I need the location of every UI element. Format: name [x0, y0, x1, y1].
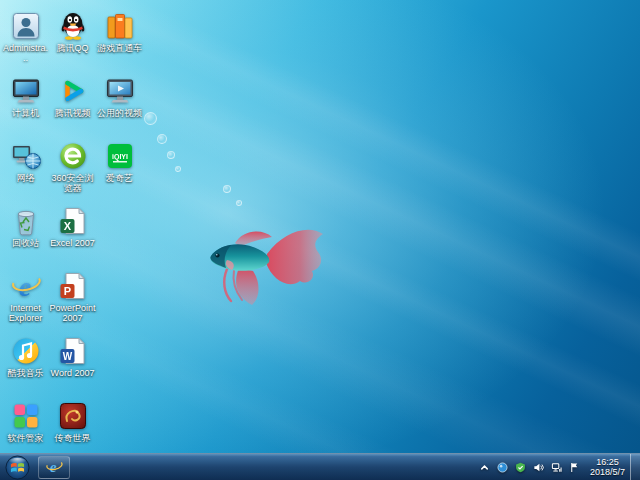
orange-books-icon	[104, 10, 136, 42]
play-triangle-icon	[57, 75, 89, 107]
desktop-icon-network[interactable]: 网络	[2, 136, 49, 201]
desktop-icon-public-videos[interactable]: 公用的视频	[96, 71, 143, 136]
desktop-icon-administrator[interactable]: Administra...	[2, 6, 49, 71]
taskbar-clock[interactable]: 16:25 2018/5/7	[590, 457, 625, 477]
icon-label: 网络	[17, 173, 35, 183]
music-note-icon	[10, 335, 42, 367]
svg-text:X: X	[63, 220, 71, 232]
icon-label: PowerPoint 2007	[49, 303, 96, 323]
bubble	[144, 112, 157, 125]
desktop-icon-computer[interactable]: 计算机	[2, 71, 49, 136]
bubble	[167, 151, 175, 159]
game-emblem-icon	[57, 400, 89, 432]
clock-date: 2018/5/7	[590, 467, 625, 477]
bubble	[223, 185, 231, 193]
icon-label: 360安全浏览器	[49, 173, 96, 193]
clock-time: 16:25	[590, 457, 625, 467]
network-icon[interactable]	[549, 459, 564, 475]
svg-text:W: W	[62, 351, 72, 362]
desktop-icon-kuwo-music[interactable]: 酷我音乐	[2, 331, 49, 396]
desktop-icon-grid: Administra... 腾讯QQ	[2, 6, 143, 461]
taskbar-internet-explorer-button[interactable]: e	[38, 456, 70, 479]
svg-text:e: e	[19, 272, 31, 302]
icon-label: Excel 2007	[50, 238, 95, 248]
colorful-grid-icon	[10, 400, 42, 432]
video-monitor-icon	[104, 75, 136, 107]
desktop-icon-legend-world[interactable]: 传奇世界	[49, 396, 96, 461]
desktop-icon-tencent-video[interactable]: 腾讯视频	[49, 71, 96, 136]
desktop-icon-internet-explorer[interactable]: e Internet Explorer	[2, 266, 49, 331]
desktop-icon-excel-2007[interactable]: X Excel 2007	[49, 201, 96, 266]
icon-label: 腾讯视频	[55, 108, 91, 118]
taskbar: e 16:25	[0, 453, 640, 480]
bubble	[175, 166, 181, 172]
green-e-globe-icon	[57, 140, 89, 172]
icon-label: 游戏直通车	[97, 43, 142, 53]
svg-text:e: e	[50, 458, 57, 475]
ie-e-icon: e	[45, 458, 63, 476]
excel-document-icon: X	[57, 205, 89, 237]
desktop-icon-tencent-qq[interactable]: 腾讯QQ	[49, 6, 96, 71]
icon-label: 爱奇艺	[106, 173, 133, 183]
desktop: Administra... 腾讯QQ	[0, 0, 640, 480]
monitor-icon	[10, 75, 42, 107]
betta-fish	[205, 212, 330, 307]
icon-label: 计算机	[12, 108, 39, 118]
icon-label: Internet Explorer	[2, 303, 49, 323]
iqiyi-green-icon: iQIYI	[104, 140, 136, 172]
tray-green-shield-icon[interactable]	[513, 459, 528, 475]
recycle-bin-icon	[10, 205, 42, 237]
icon-label: 软件管家	[8, 433, 44, 443]
icon-label: 公用的视频	[97, 108, 142, 118]
desktop-icon-recycle-bin[interactable]: 回收站	[2, 201, 49, 266]
icon-label: 酷我音乐	[8, 368, 44, 378]
desktop-icon-game-express[interactable]: 游戏直通车	[96, 6, 143, 71]
icon-label: 传奇世界	[55, 433, 91, 443]
action-center-flag-icon[interactable]	[567, 459, 582, 475]
hidden-icons-chevron[interactable]	[477, 459, 492, 475]
icon-label: Word 2007	[51, 368, 95, 378]
desktop-icon-powerpoint-2007[interactable]: P PowerPoint 2007	[49, 266, 96, 331]
bubble	[157, 134, 167, 144]
tray-blue-icon[interactable]	[495, 459, 510, 475]
user-folder-icon	[10, 10, 42, 42]
qq-penguin-icon	[57, 10, 89, 42]
icon-label: Administra...	[2, 43, 49, 63]
volume-icon[interactable]	[531, 459, 546, 475]
network-globe-icon	[10, 140, 42, 172]
windows-orb-icon	[5, 455, 30, 480]
icon-label: 回收站	[12, 238, 39, 248]
start-button[interactable]	[0, 454, 34, 480]
desktop-icon-word-2007[interactable]: W Word 2007	[49, 331, 96, 396]
desktop-icon-iqiyi[interactable]: iQIYI 爱奇艺	[96, 136, 143, 201]
desktop-icon-software-manager[interactable]: 软件管家	[2, 396, 49, 461]
ie-e-icon: e	[10, 270, 42, 302]
system-tray: 16:25 2018/5/7	[476, 454, 640, 480]
word-document-icon: W	[57, 335, 89, 367]
desktop-icon-360-safe-browser[interactable]: 360安全浏览器	[49, 136, 96, 201]
show-desktop-button[interactable]	[630, 454, 640, 480]
icon-label: 腾讯QQ	[56, 43, 88, 53]
powerpoint-document-icon: P	[57, 270, 89, 302]
bubble	[236, 200, 242, 206]
svg-text:iQIYI: iQIYI	[112, 153, 128, 161]
svg-text:P: P	[63, 285, 70, 297]
